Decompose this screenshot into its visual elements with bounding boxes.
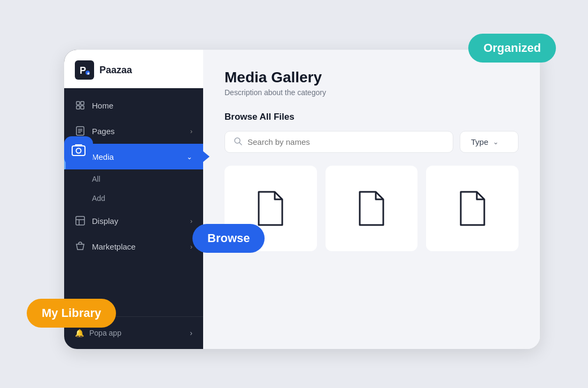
svg-rect-14 bbox=[76, 216, 84, 225]
type-label: Type bbox=[471, 137, 489, 146]
my-library-badge: My Library bbox=[27, 299, 116, 328]
media-chevron-icon: ⌄ bbox=[187, 153, 192, 161]
sidebar-item-display[interactable]: Display › bbox=[64, 208, 203, 234]
svg-rect-3 bbox=[76, 102, 80, 105]
media-icon-highlight bbox=[64, 136, 93, 165]
sidebar-item-marketplace[interactable]: Marketplace › bbox=[64, 234, 203, 259]
file-icon-3 bbox=[457, 190, 489, 227]
display-label: Display bbox=[92, 216, 118, 226]
media-sub-item-add[interactable]: Add bbox=[64, 189, 203, 208]
marketplace-chevron-icon: › bbox=[190, 243, 192, 251]
organized-badge: Organized bbox=[468, 34, 556, 63]
display-chevron-icon: › bbox=[190, 217, 192, 225]
file-card-2[interactable] bbox=[326, 166, 418, 251]
main-card: P ★ Paazaa bbox=[64, 50, 540, 349]
popa-chevron-icon: › bbox=[190, 329, 192, 337]
marketplace-label: Marketplace bbox=[92, 242, 136, 251]
home-label: Home bbox=[92, 101, 113, 110]
svg-rect-4 bbox=[81, 102, 84, 105]
media-highlight-icon bbox=[71, 143, 86, 158]
pages-label: Pages bbox=[92, 127, 115, 136]
bell-icon: 🔔 bbox=[75, 329, 84, 337]
svg-rect-5 bbox=[76, 106, 80, 109]
media-pointer bbox=[203, 151, 210, 162]
type-dropdown[interactable]: Type ⌄ bbox=[460, 131, 519, 153]
section-title: Browse All Files bbox=[225, 112, 519, 122]
nav-items: Home Pages › bbox=[64, 88, 203, 316]
type-chevron-icon: ⌄ bbox=[493, 138, 499, 146]
search-icon bbox=[234, 137, 242, 147]
home-icon bbox=[75, 100, 86, 111]
marketplace-icon bbox=[75, 241, 86, 252]
search-wrapper[interactable] bbox=[225, 131, 453, 153]
search-input[interactable] bbox=[247, 137, 444, 146]
svg-text:★: ★ bbox=[87, 72, 90, 75]
popa-app-label: Popa app bbox=[89, 329, 121, 337]
svg-line-18 bbox=[239, 143, 242, 145]
pages-icon bbox=[75, 126, 86, 136]
content-area: Media Gallery Description about the cate… bbox=[203, 50, 540, 349]
media-sub-item-all[interactable]: All bbox=[64, 169, 203, 189]
page-description: Description about the category bbox=[225, 88, 519, 97]
app-name: Paazaa bbox=[99, 65, 132, 76]
svg-rect-19 bbox=[72, 146, 85, 156]
display-icon bbox=[75, 215, 86, 226]
svg-point-21 bbox=[76, 149, 81, 153]
pages-chevron-icon: › bbox=[190, 127, 192, 135]
svg-text:P: P bbox=[80, 65, 86, 76]
sidebar-item-home[interactable]: Home bbox=[64, 92, 203, 118]
search-row: Type ⌄ bbox=[225, 131, 519, 153]
file-card-3[interactable] bbox=[426, 166, 519, 251]
file-icon-1 bbox=[254, 190, 287, 227]
page-title: Media Gallery bbox=[225, 69, 519, 86]
file-icon-2 bbox=[355, 190, 388, 227]
media-label: Media bbox=[92, 152, 114, 161]
svg-rect-20 bbox=[75, 144, 82, 146]
logo: P ★ bbox=[75, 60, 94, 80]
svg-rect-6 bbox=[81, 106, 84, 109]
files-grid bbox=[225, 166, 519, 251]
media-sub-items: All Add bbox=[64, 169, 203, 208]
browse-badge: Browse bbox=[192, 224, 265, 253]
sidebar-header: P ★ Paazaa bbox=[64, 50, 203, 88]
